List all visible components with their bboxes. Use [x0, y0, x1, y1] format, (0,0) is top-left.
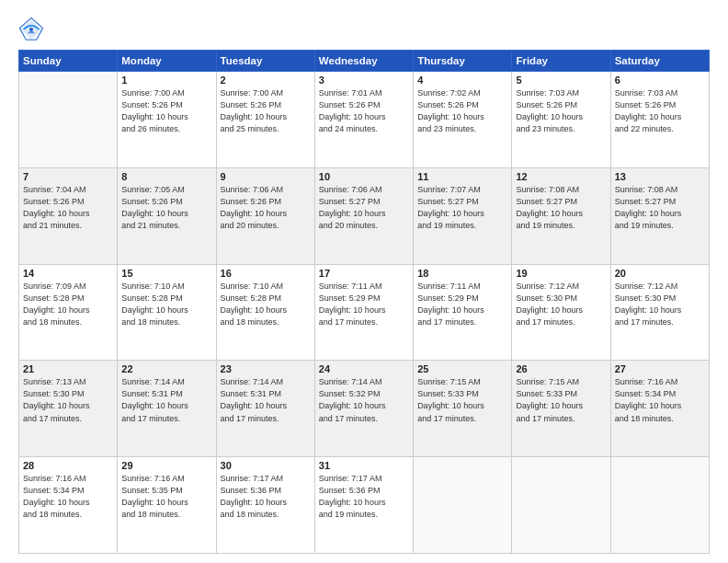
weekday-header-sunday: Sunday	[19, 51, 118, 72]
weekday-header-friday: Friday	[512, 51, 610, 72]
calendar-cell: 9Sunrise: 7:06 AMSunset: 5:26 PMDaylight…	[216, 167, 314, 264]
calendar-cell: 17Sunrise: 7:11 AMSunset: 5:29 PMDayligh…	[314, 264, 413, 361]
calendar-cell: 3Sunrise: 7:01 AMSunset: 5:26 PMDaylight…	[314, 72, 413, 168]
day-number: 15	[121, 268, 211, 279]
day-info: Sunrise: 7:16 AMSunset: 5:34 PMDaylight:…	[23, 473, 113, 521]
day-info: Sunrise: 7:02 AMSunset: 5:26 PMDaylight:…	[417, 87, 507, 135]
week-row-3: 14Sunrise: 7:09 AMSunset: 5:28 PMDayligh…	[19, 264, 710, 361]
day-number: 23	[221, 363, 311, 374]
day-info: Sunrise: 7:04 AMSunset: 5:26 PMDaylight:…	[23, 184, 113, 232]
day-info: Sunrise: 7:03 AMSunset: 5:26 PMDaylight:…	[516, 87, 606, 135]
day-info: Sunrise: 7:01 AMSunset: 5:26 PMDaylight:…	[319, 87, 409, 135]
weekday-header-wednesday: Wednesday	[314, 51, 413, 72]
calendar-cell: 11Sunrise: 7:07 AMSunset: 5:27 PMDayligh…	[414, 167, 512, 264]
day-info: Sunrise: 7:14 AMSunset: 5:31 PMDaylight:…	[121, 376, 211, 424]
weekday-header-monday: Monday	[118, 51, 216, 72]
day-info: Sunrise: 7:06 AMSunset: 5:27 PMDaylight:…	[319, 184, 409, 232]
calendar-cell	[512, 457, 610, 554]
day-info: Sunrise: 7:15 AMSunset: 5:33 PMDaylight:…	[516, 376, 606, 424]
day-number: 4	[417, 75, 507, 86]
calendar-cell: 14Sunrise: 7:09 AMSunset: 5:28 PMDayligh…	[19, 264, 118, 361]
calendar-cell: 26Sunrise: 7:15 AMSunset: 5:33 PMDayligh…	[512, 361, 610, 457]
calendar-cell: 22Sunrise: 7:14 AMSunset: 5:31 PMDayligh…	[118, 361, 216, 457]
calendar-cell: 6Sunrise: 7:03 AMSunset: 5:26 PMDaylight…	[610, 72, 709, 168]
calendar-cell: 19Sunrise: 7:12 AMSunset: 5:30 PMDayligh…	[512, 264, 610, 361]
calendar-cell: 23Sunrise: 7:14 AMSunset: 5:31 PMDayligh…	[216, 361, 314, 457]
day-info: Sunrise: 7:15 AMSunset: 5:33 PMDaylight:…	[417, 376, 507, 424]
calendar-cell: 7Sunrise: 7:04 AMSunset: 5:26 PMDaylight…	[19, 167, 118, 264]
day-info: Sunrise: 7:16 AMSunset: 5:35 PMDaylight:…	[121, 473, 211, 521]
day-info: Sunrise: 7:17 AMSunset: 5:36 PMDaylight:…	[319, 473, 409, 521]
calendar-cell: 2Sunrise: 7:00 AMSunset: 5:26 PMDaylight…	[216, 72, 314, 168]
day-number: 20	[615, 268, 705, 279]
week-row-1: 1Sunrise: 7:00 AMSunset: 5:26 PMDaylight…	[19, 72, 710, 168]
day-number: 31	[319, 460, 409, 471]
calendar-cell: 12Sunrise: 7:08 AMSunset: 5:27 PMDayligh…	[512, 167, 610, 264]
day-number: 16	[221, 268, 311, 279]
week-row-4: 21Sunrise: 7:13 AMSunset: 5:30 PMDayligh…	[19, 361, 710, 457]
calendar-cell: 29Sunrise: 7:16 AMSunset: 5:35 PMDayligh…	[118, 457, 216, 554]
svg-point-2	[29, 28, 33, 31]
day-info: Sunrise: 7:05 AMSunset: 5:26 PMDaylight:…	[121, 184, 211, 232]
day-info: Sunrise: 7:10 AMSunset: 5:28 PMDaylight:…	[121, 281, 211, 328]
day-info: Sunrise: 7:03 AMSunset: 5:26 PMDaylight:…	[615, 87, 705, 135]
day-number: 26	[516, 363, 606, 374]
day-number: 17	[319, 268, 409, 279]
day-info: Sunrise: 7:12 AMSunset: 5:30 PMDaylight:…	[615, 281, 705, 328]
header	[18, 17, 710, 42]
weekday-header-row: SundayMondayTuesdayWednesdayThursdayFrid…	[19, 51, 710, 72]
day-info: Sunrise: 7:08 AMSunset: 5:27 PMDaylight:…	[516, 184, 606, 232]
calendar-cell	[414, 457, 512, 554]
calendar-cell: 21Sunrise: 7:13 AMSunset: 5:30 PMDayligh…	[19, 361, 118, 457]
calendar-cell: 30Sunrise: 7:17 AMSunset: 5:36 PMDayligh…	[216, 457, 314, 554]
day-number: 7	[23, 171, 113, 182]
day-info: Sunrise: 7:14 AMSunset: 5:31 PMDaylight:…	[221, 376, 311, 424]
day-number: 27	[615, 363, 705, 374]
week-row-2: 7Sunrise: 7:04 AMSunset: 5:26 PMDaylight…	[19, 167, 710, 264]
day-info: Sunrise: 7:13 AMSunset: 5:30 PMDaylight:…	[23, 376, 113, 424]
calendar-cell: 18Sunrise: 7:11 AMSunset: 5:29 PMDayligh…	[414, 264, 512, 361]
day-info: Sunrise: 7:17 AMSunset: 5:36 PMDaylight:…	[221, 473, 311, 521]
day-number: 3	[319, 75, 409, 86]
day-info: Sunrise: 7:14 AMSunset: 5:32 PMDaylight:…	[319, 376, 409, 424]
weekday-header-saturday: Saturday	[610, 51, 709, 72]
day-number: 25	[417, 363, 507, 374]
day-number: 30	[221, 460, 311, 471]
week-row-5: 28Sunrise: 7:16 AMSunset: 5:34 PMDayligh…	[19, 457, 710, 554]
day-number: 29	[121, 460, 211, 471]
day-info: Sunrise: 7:09 AMSunset: 5:28 PMDaylight:…	[23, 281, 113, 328]
day-number: 22	[121, 363, 211, 374]
calendar-cell: 28Sunrise: 7:16 AMSunset: 5:34 PMDayligh…	[19, 457, 118, 554]
weekday-header-thursday: Thursday	[414, 51, 512, 72]
day-info: Sunrise: 7:08 AMSunset: 5:27 PMDaylight:…	[615, 184, 705, 232]
day-info: Sunrise: 7:11 AMSunset: 5:29 PMDaylight:…	[319, 281, 409, 328]
day-number: 2	[221, 75, 311, 86]
day-number: 6	[615, 75, 705, 86]
day-number: 28	[23, 460, 113, 471]
day-number: 12	[516, 171, 606, 182]
calendar-cell: 31Sunrise: 7:17 AMSunset: 5:36 PMDayligh…	[314, 457, 413, 554]
calendar-cell: 5Sunrise: 7:03 AMSunset: 5:26 PMDaylight…	[512, 72, 610, 168]
calendar-cell: 8Sunrise: 7:05 AMSunset: 5:26 PMDaylight…	[118, 167, 216, 264]
day-number: 10	[319, 171, 409, 182]
calendar-cell	[19, 72, 118, 168]
page: SundayMondayTuesdayWednesdayThursdayFrid…	[0, 0, 728, 563]
calendar-table: SundayMondayTuesdayWednesdayThursdayFrid…	[18, 50, 710, 554]
day-number: 1	[121, 75, 211, 86]
day-number: 9	[221, 171, 311, 182]
calendar-cell: 25Sunrise: 7:15 AMSunset: 5:33 PMDayligh…	[414, 361, 512, 457]
day-info: Sunrise: 7:12 AMSunset: 5:30 PMDaylight:…	[516, 281, 606, 328]
calendar-cell: 13Sunrise: 7:08 AMSunset: 5:27 PMDayligh…	[610, 167, 709, 264]
logo-icon	[18, 17, 44, 42]
day-info: Sunrise: 7:07 AMSunset: 5:27 PMDaylight:…	[417, 184, 507, 232]
calendar-cell: 27Sunrise: 7:16 AMSunset: 5:34 PMDayligh…	[610, 361, 709, 457]
day-info: Sunrise: 7:00 AMSunset: 5:26 PMDaylight:…	[121, 87, 211, 135]
day-number: 24	[319, 363, 409, 374]
day-number: 5	[516, 75, 606, 86]
day-number: 11	[417, 171, 507, 182]
day-number: 13	[615, 171, 705, 182]
day-number: 19	[516, 268, 606, 279]
calendar-cell: 10Sunrise: 7:06 AMSunset: 5:27 PMDayligh…	[314, 167, 413, 264]
day-info: Sunrise: 7:16 AMSunset: 5:34 PMDaylight:…	[615, 376, 705, 424]
calendar-cell	[610, 457, 709, 554]
